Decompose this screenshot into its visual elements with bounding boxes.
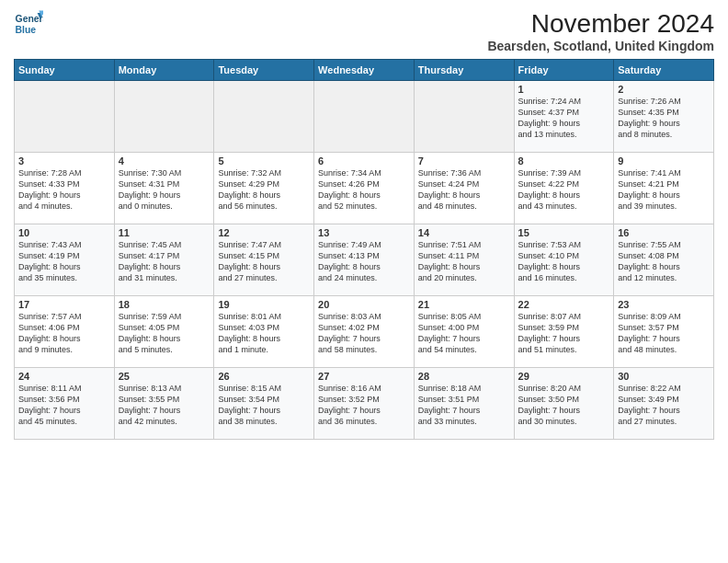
day-number: 11	[119, 227, 210, 238]
day-number: 5	[218, 155, 310, 167]
day-cell: 18Sunrise: 7:59 AM Sunset: 4:05 PM Dayli…	[114, 296, 214, 368]
week-row-2: 10Sunrise: 7:43 AM Sunset: 4:19 PM Dayli…	[15, 224, 714, 296]
day-cell	[114, 81, 214, 153]
header-thursday: Thursday	[414, 60, 514, 81]
day-info: Sunrise: 8:13 AM Sunset: 3:55 PM Dayligh…	[119, 383, 210, 428]
day-cell: 4Sunrise: 7:30 AM Sunset: 4:31 PM Daylig…	[114, 153, 214, 224]
day-info: Sunrise: 7:45 AM Sunset: 4:17 PM Dayligh…	[119, 239, 210, 284]
day-number: 23	[618, 299, 710, 310]
month-title: November 2024	[487, 9, 714, 39]
logo-icon: General Blue	[14, 9, 43, 39]
day-cell: 11Sunrise: 7:45 AM Sunset: 4:17 PM Dayli…	[114, 224, 214, 296]
day-cell: 1Sunrise: 7:24 AM Sunset: 4:37 PM Daylig…	[514, 81, 614, 153]
day-number: 2	[618, 84, 710, 95]
day-number: 6	[318, 155, 410, 167]
day-cell: 22Sunrise: 8:07 AM Sunset: 3:59 PM Dayli…	[514, 296, 614, 368]
day-number: 27	[318, 371, 410, 382]
day-number: 16	[618, 227, 710, 238]
day-number: 28	[418, 371, 510, 382]
header-friday: Friday	[514, 60, 614, 81]
day-info: Sunrise: 8:11 AM Sunset: 3:56 PM Dayligh…	[18, 383, 110, 428]
day-info: Sunrise: 7:34 AM Sunset: 4:26 PM Dayligh…	[318, 167, 410, 213]
day-number: 8	[518, 155, 610, 167]
day-cell: 15Sunrise: 7:53 AM Sunset: 4:10 PM Dayli…	[514, 224, 614, 296]
day-info: Sunrise: 7:57 AM Sunset: 4:06 PM Dayligh…	[18, 311, 110, 356]
day-cell: 5Sunrise: 7:32 AM Sunset: 4:29 PM Daylig…	[214, 153, 314, 224]
calendar-table: Sunday Monday Tuesday Wednesday Thursday…	[14, 59, 714, 440]
day-number: 1	[518, 84, 610, 95]
day-cell: 13Sunrise: 7:49 AM Sunset: 4:13 PM Dayli…	[314, 224, 415, 296]
day-cell: 10Sunrise: 7:43 AM Sunset: 4:19 PM Dayli…	[15, 224, 115, 296]
svg-text:Blue: Blue	[16, 25, 37, 35]
day-info: Sunrise: 7:59 AM Sunset: 4:05 PM Dayligh…	[119, 311, 210, 356]
day-number: 10	[18, 227, 110, 238]
day-cell: 14Sunrise: 7:51 AM Sunset: 4:11 PM Dayli…	[414, 224, 514, 296]
day-cell	[15, 81, 115, 153]
day-info: Sunrise: 8:03 AM Sunset: 4:02 PM Dayligh…	[318, 311, 410, 356]
day-number: 7	[418, 155, 510, 167]
day-cell: 26Sunrise: 8:15 AM Sunset: 3:54 PM Dayli…	[214, 368, 314, 440]
day-cell: 8Sunrise: 7:39 AM Sunset: 4:22 PM Daylig…	[514, 153, 614, 224]
day-number: 26	[218, 371, 310, 382]
day-info: Sunrise: 8:18 AM Sunset: 3:51 PM Dayligh…	[418, 383, 510, 428]
day-cell: 9Sunrise: 7:41 AM Sunset: 4:21 PM Daylig…	[614, 153, 714, 224]
day-number: 14	[418, 227, 510, 238]
day-number: 20	[318, 299, 410, 310]
day-cell: 21Sunrise: 8:05 AM Sunset: 4:00 PM Dayli…	[414, 296, 514, 368]
day-info: Sunrise: 7:51 AM Sunset: 4:11 PM Dayligh…	[418, 239, 510, 284]
day-cell: 24Sunrise: 8:11 AM Sunset: 3:56 PM Dayli…	[15, 368, 115, 440]
day-number: 19	[218, 299, 310, 310]
day-cell	[414, 81, 514, 153]
day-info: Sunrise: 8:09 AM Sunset: 3:57 PM Dayligh…	[618, 311, 710, 356]
week-row-0: 1Sunrise: 7:24 AM Sunset: 4:37 PM Daylig…	[15, 81, 714, 153]
title-area: November 2024 Bearsden, Scotland, United…	[487, 9, 714, 53]
calendar-page: General Blue November 2024 Bearsden, Sco…	[0, 0, 728, 563]
day-info: Sunrise: 8:07 AM Sunset: 3:59 PM Dayligh…	[518, 311, 610, 356]
day-cell: 12Sunrise: 7:47 AM Sunset: 4:15 PM Dayli…	[214, 224, 314, 296]
day-cell: 19Sunrise: 8:01 AM Sunset: 4:03 PM Dayli…	[214, 296, 314, 368]
day-cell: 17Sunrise: 7:57 AM Sunset: 4:06 PM Dayli…	[15, 296, 115, 368]
day-info: Sunrise: 8:01 AM Sunset: 4:03 PM Dayligh…	[218, 311, 310, 356]
day-info: Sunrise: 8:22 AM Sunset: 3:49 PM Dayligh…	[618, 383, 710, 428]
day-info: Sunrise: 7:53 AM Sunset: 4:10 PM Dayligh…	[518, 239, 610, 284]
logo: General Blue	[14, 9, 43, 39]
day-number: 21	[418, 299, 510, 310]
day-cell	[314, 81, 415, 153]
day-cell: 6Sunrise: 7:34 AM Sunset: 4:26 PM Daylig…	[314, 153, 415, 224]
header: General Blue November 2024 Bearsden, Sco…	[14, 9, 714, 53]
week-row-3: 17Sunrise: 7:57 AM Sunset: 4:06 PM Dayli…	[15, 296, 714, 368]
day-number: 29	[518, 371, 610, 382]
week-row-1: 3Sunrise: 7:28 AM Sunset: 4:33 PM Daylig…	[15, 153, 714, 224]
day-info: Sunrise: 7:26 AM Sunset: 4:35 PM Dayligh…	[618, 96, 710, 141]
day-number: 12	[218, 227, 310, 238]
day-number: 18	[119, 299, 210, 310]
day-cell: 25Sunrise: 8:13 AM Sunset: 3:55 PM Dayli…	[114, 368, 214, 440]
day-number: 4	[119, 155, 210, 167]
location: Bearsden, Scotland, United Kingdom	[487, 39, 714, 53]
header-wednesday: Wednesday	[314, 60, 415, 81]
day-info: Sunrise: 7:41 AM Sunset: 4:21 PM Dayligh…	[618, 167, 710, 213]
day-number: 3	[18, 155, 110, 167]
day-info: Sunrise: 8:20 AM Sunset: 3:50 PM Dayligh…	[518, 383, 610, 428]
day-info: Sunrise: 7:49 AM Sunset: 4:13 PM Dayligh…	[318, 239, 410, 284]
day-cell: 30Sunrise: 8:22 AM Sunset: 3:49 PM Dayli…	[614, 368, 714, 440]
day-info: Sunrise: 7:36 AM Sunset: 4:24 PM Dayligh…	[418, 167, 510, 213]
day-info: Sunrise: 7:55 AM Sunset: 4:08 PM Dayligh…	[618, 239, 710, 284]
header-saturday: Saturday	[614, 60, 714, 81]
day-cell: 27Sunrise: 8:16 AM Sunset: 3:52 PM Dayli…	[314, 368, 415, 440]
day-number: 24	[18, 371, 110, 382]
day-number: 13	[318, 227, 410, 238]
week-row-4: 24Sunrise: 8:11 AM Sunset: 3:56 PM Dayli…	[15, 368, 714, 440]
day-number: 30	[618, 371, 710, 382]
header-monday: Monday	[114, 60, 214, 81]
header-sunday: Sunday	[15, 60, 115, 81]
day-cell	[214, 81, 314, 153]
day-info: Sunrise: 8:15 AM Sunset: 3:54 PM Dayligh…	[218, 383, 310, 428]
day-cell: 3Sunrise: 7:28 AM Sunset: 4:33 PM Daylig…	[15, 153, 115, 224]
day-cell: 28Sunrise: 8:18 AM Sunset: 3:51 PM Dayli…	[414, 368, 514, 440]
header-row: Sunday Monday Tuesday Wednesday Thursday…	[15, 60, 714, 81]
day-info: Sunrise: 7:32 AM Sunset: 4:29 PM Dayligh…	[218, 167, 310, 213]
day-info: Sunrise: 7:39 AM Sunset: 4:22 PM Dayligh…	[518, 167, 610, 213]
day-info: Sunrise: 7:28 AM Sunset: 4:33 PM Dayligh…	[18, 167, 110, 213]
day-cell: 2Sunrise: 7:26 AM Sunset: 4:35 PM Daylig…	[614, 81, 714, 153]
